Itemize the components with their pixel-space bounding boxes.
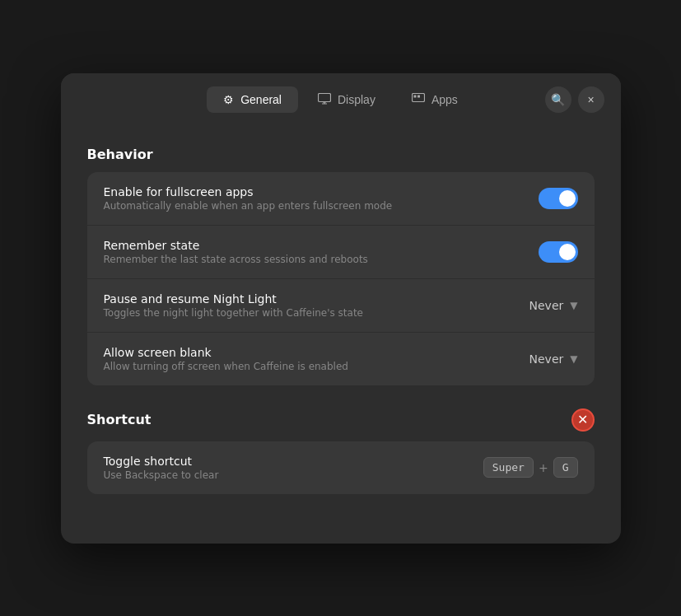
fullscreen-toggle[interactable]: [539, 188, 578, 209]
night-light-dropdown-arrow: ▼: [570, 300, 577, 311]
night-light-text: Pause and resume Night Light Toggles the…: [104, 292, 529, 319]
tab-display[interactable]: Display: [301, 86, 392, 114]
screen-blank-value: Never: [529, 352, 564, 366]
svg-rect-6: [417, 95, 420, 97]
tab-display-label: Display: [338, 93, 375, 106]
titlebar-actions: 🔍 ×: [545, 86, 604, 113]
screen-blank-text: Allow screen blank Allow turning off scr…: [104, 346, 529, 372]
super-key: Super: [483, 457, 534, 478]
remember-state-desc: Remember the last state across sessions …: [104, 254, 539, 265]
screen-blank-label: Allow screen blank: [104, 346, 529, 359]
night-light-label: Pause and resume Night Light: [104, 292, 529, 306]
fullscreen-label: Enable for fullscreen apps: [104, 185, 539, 198]
fullscreen-setting-text: Enable for fullscreen apps Automatically…: [104, 185, 539, 212]
remember-state-row: Remember state Remember the last state a…: [87, 226, 595, 279]
settings-window: ⚙ General Display: [61, 73, 621, 544]
tab-general[interactable]: ⚙ General: [207, 86, 298, 113]
svg-rect-0: [318, 93, 330, 101]
behavior-title-text: Behavior: [87, 147, 153, 162]
shortcut-section-title: Shortcut ✕: [87, 408, 595, 432]
behavior-card: Enable for fullscreen apps Automatically…: [87, 172, 595, 385]
fullscreen-setting-row: Enable for fullscreen apps Automatically…: [87, 172, 595, 226]
night-light-desc: Toggles the night light together with Ca…: [104, 307, 529, 319]
general-icon: ⚙: [223, 93, 234, 106]
toggle-shortcut-label: Toggle shortcut: [104, 455, 483, 468]
tab-apps-label: Apps: [431, 93, 458, 106]
g-key: G: [553, 457, 578, 478]
remember-state-label: Remember state: [104, 239, 539, 252]
search-button[interactable]: 🔍: [545, 86, 571, 113]
search-icon: 🔍: [551, 93, 565, 106]
remember-state-toggle[interactable]: [539, 241, 578, 263]
clear-icon: ✕: [577, 413, 588, 427]
screen-blank-dropdown-arrow: ▼: [570, 353, 577, 365]
night-light-row: Pause and resume Night Light Toggles the…: [87, 279, 595, 333]
night-light-value: Never: [529, 299, 564, 312]
fullscreen-toggle-slider: [539, 188, 578, 209]
remember-state-toggle-slider: [539, 241, 578, 263]
plus-separator: +: [539, 461, 548, 474]
screen-blank-row: Allow screen blank Allow turning off scr…: [87, 333, 595, 385]
toggle-shortcut-row: Toggle shortcut Use Backspace to clear S…: [87, 441, 595, 494]
tab-group: ⚙ General Display: [207, 86, 474, 114]
screen-blank-dropdown[interactable]: Never ▼: [529, 352, 578, 366]
tab-general-label: General: [240, 93, 282, 106]
content: Behavior Enable for fullscreen apps Auto…: [61, 127, 621, 544]
toggle-shortcut-desc: Use Backspace to clear: [104, 469, 483, 481]
fullscreen-desc: Automatically enable when an app enters …: [104, 200, 539, 212]
remember-state-text: Remember state Remember the last state a…: [104, 239, 539, 265]
close-icon: ×: [587, 93, 594, 106]
shortcut-section: Shortcut ✕ Toggle shortcut Use Backspace…: [87, 408, 595, 494]
night-light-dropdown[interactable]: Never ▼: [529, 299, 578, 312]
screen-blank-desc: Allow turning off screen when Caffeine i…: [104, 361, 529, 372]
apps-icon: [412, 93, 425, 107]
shortcut-clear-button[interactable]: ✕: [571, 408, 595, 432]
shortcut-keys: Super + G: [483, 457, 578, 478]
display-icon: [318, 93, 331, 107]
behavior-section: Behavior Enable for fullscreen apps Auto…: [87, 147, 595, 385]
behavior-section-title: Behavior: [87, 147, 595, 162]
shortcut-card: Toggle shortcut Use Backspace to clear S…: [87, 441, 595, 494]
svg-rect-5: [413, 95, 416, 97]
toggle-shortcut-text: Toggle shortcut Use Backspace to clear: [104, 455, 483, 481]
titlebar: ⚙ General Display: [61, 73, 621, 127]
shortcut-title-text: Shortcut: [87, 412, 152, 427]
close-button[interactable]: ×: [578, 86, 604, 113]
tab-apps[interactable]: Apps: [395, 86, 474, 114]
